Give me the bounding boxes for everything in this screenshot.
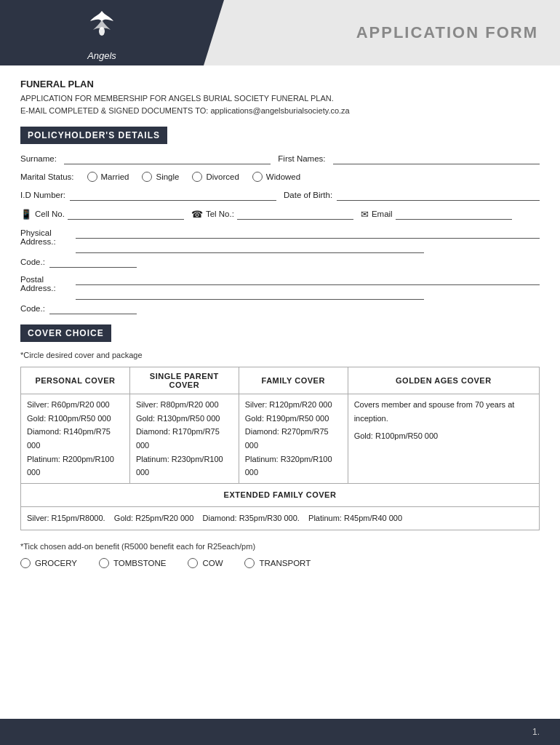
golden-ages-options: Covers member and spouse from 70 years a… [348,394,539,484]
addon-transport[interactable]: TRANSPORT [244,558,311,568]
marital-divorced[interactable]: Divorced [192,172,239,182]
postal-address-lines [76,274,540,300]
addon-section: *Tick chosen add-on benefit (R5000 benef… [20,542,540,568]
physical-code-row: Code.: [20,256,540,268]
tombstone-radio[interactable] [99,558,109,568]
cell-item: 📱 Cell No. [20,208,184,220]
dob-label: Date of Birth: [284,191,332,199]
main-content: FUNERAL PLAN APPLICATION FOR MEMBERSHIP … [0,65,560,583]
email-item: ✉ Email [361,208,512,220]
logo-area: Angels [0,0,204,65]
widowed-label: Widowed [266,172,300,181]
physical-line1[interactable] [76,227,540,239]
contact-row: 📱 Cell No. ☎ Tel No.: ✉ Email [20,208,540,220]
firstname-label: First Names: [278,154,325,163]
married-radio[interactable] [87,172,97,182]
postal-code-row: Code.: [20,303,540,314]
transport-radio[interactable] [244,558,255,568]
firstname-input[interactable] [333,153,540,164]
postal-code-input[interactable] [49,303,137,314]
email-input[interactable] [396,208,512,220]
cover-note: *Circle desired cover and package [20,351,540,359]
cow-radio[interactable] [188,558,198,568]
surname-input[interactable] [64,153,271,164]
col-golden: GOLDEN AGES COVER [348,367,539,394]
tel-label: Tel No.: [206,210,234,218]
grocery-label: GROCERY [35,559,77,567]
personal-options: Silver: R60pm/R20 000 Gold: R100pm/R50 0… [21,394,130,484]
marital-widowed[interactable]: Widowed [252,172,300,182]
header: Angels APPLICATION FORM [0,0,560,65]
divorced-radio[interactable] [192,172,202,182]
dob-field: Date of Birth: [284,189,540,201]
cow-label: COW [202,559,223,567]
marital-label: Marital Status: [20,172,74,181]
addon-options: GROCERY TOMBSTONE COW TRANSPORT [20,558,540,568]
married-label: Married [101,172,129,181]
marital-row: Marital Status: Married Single Divorced … [20,172,540,182]
header-title-area: APPLICATION FORM [204,0,560,65]
code-label: Code.: [20,258,45,266]
transport-label: TRANSPORT [259,559,311,567]
cover-heading: COVER CHOICE [20,324,111,342]
addon-cow[interactable]: COW [188,558,223,568]
logo: Angels [80,5,124,61]
logo-text: Angels [87,50,116,61]
policyholder-section: POLICYHOLDER'S DETAILS Surname: First Na… [20,127,540,314]
id-label: I.D Number: [20,191,65,199]
physical-line2[interactable] [76,242,424,253]
col-personal: PERSONAL COVER [21,367,130,394]
extended-heading-cell: EXTENDED FAMILY COVER [21,484,540,507]
footer: 1. [0,719,560,745]
extended-data-row: Silver: R15pm/R8000. Gold: R25pm/R20 000… [21,506,540,530]
cover-table: PERSONAL COVER SINGLE PARENT COVER FAMIL… [20,367,540,530]
addon-grocery[interactable]: GROCERY [20,558,77,568]
postal-label: PostalAddress.: [20,274,71,292]
grocery-radio[interactable] [20,558,31,568]
tel-input[interactable] [237,208,353,220]
single-radio[interactable] [142,172,152,182]
single-parent-options: Silver: R80pm/R20 000 Gold: R130pm/R50 0… [129,394,239,484]
single-label: Single [156,172,179,181]
svg-point-0 [99,27,105,36]
surname-label: Surname: [20,154,57,163]
divorced-label: Divorced [206,172,239,181]
cell-label: Cell No. [35,210,65,218]
extended-row: EXTENDED FAMILY COVER [21,484,540,507]
dob-input[interactable] [337,189,540,201]
col-single-parent: SINGLE PARENT COVER [129,367,239,394]
id-dob-row: I.D Number: Date of Birth: [20,189,540,201]
postal-code-label: Code.: [20,304,45,313]
tel-item: ☎ Tel No.: [191,208,353,220]
page-number: 1. [532,727,540,737]
col-family: FAMILY COVER [239,367,348,394]
marital-married[interactable]: Married [87,172,129,182]
policyholder-heading: POLICYHOLDER'S DETAILS [20,127,167,144]
logo-icon [80,5,124,49]
physical-code-input[interactable] [49,256,137,268]
widowed-radio[interactable] [252,172,263,182]
extended-options-cell: Silver: R15pm/R8000. Gold: R25pm/R20 000… [21,506,540,530]
email-icon: ✉ [361,209,369,220]
app-form-title: APPLICATION FORM [356,23,538,42]
cell-input[interactable] [68,208,184,220]
marital-single[interactable]: Single [142,172,179,182]
physical-address-lines [76,227,540,253]
id-field: I.D Number: [20,189,276,201]
physical-label: PhysicalAddress.: [20,227,71,246]
id-input[interactable] [70,189,276,201]
cover-section: COVER CHOICE *Circle desired cover and p… [20,324,540,530]
postal-line1[interactable] [76,274,540,285]
postal-line2[interactable] [76,288,424,300]
funeral-plan-desc: APPLICATION FOR MEMBERSHIP FOR ANGELS BU… [20,92,540,116]
physical-address-row: PhysicalAddress.: [20,227,540,253]
phone-icon: ☎ [191,209,203,220]
addon-tombstone[interactable]: TOMBSTONE [99,558,166,568]
tombstone-label: TOMBSTONE [113,559,166,567]
family-options: Silver: R120pm/R20 000 Gold: R190pm/R50 … [239,394,348,484]
postal-address-row: PostalAddress.: [20,274,540,300]
email-label: Email [372,210,393,218]
mobile-icon: 📱 [20,209,32,220]
funeral-plan-title: FUNERAL PLAN [20,79,540,89]
addon-note: *Tick chosen add-on benefit (R5000 benef… [20,542,540,551]
